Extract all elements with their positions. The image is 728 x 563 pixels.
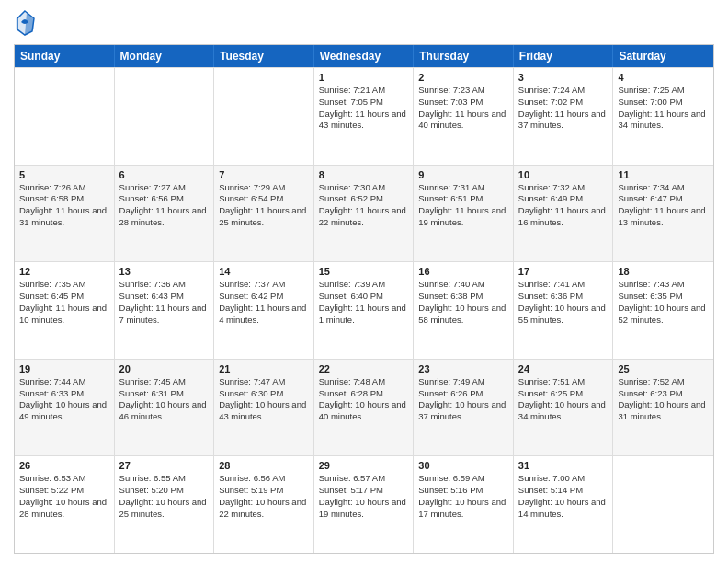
calendar-row: 5Sunrise: 7:26 AM Sunset: 6:58 PM Daylig… xyxy=(15,165,713,262)
day-info: Sunrise: 6:55 AM Sunset: 5:20 PM Dayligh… xyxy=(119,473,210,520)
day-number: 16 xyxy=(418,266,508,277)
calendar-header: SundayMondayTuesdayWednesdayThursdayFrid… xyxy=(15,45,713,67)
calendar-day-cell: 18Sunrise: 7:43 AM Sunset: 6:35 PM Dayli… xyxy=(613,262,713,359)
calendar-day-cell: 6Sunrise: 7:27 AM Sunset: 6:56 PM Daylig… xyxy=(115,166,215,262)
day-number: 12 xyxy=(19,266,109,277)
calendar-day-cell: 22Sunrise: 7:48 AM Sunset: 6:28 PM Dayli… xyxy=(314,360,415,456)
calendar-day-cell: 14Sunrise: 7:37 AM Sunset: 6:42 PM Dayli… xyxy=(214,262,314,359)
day-info: Sunrise: 7:31 AM Sunset: 6:51 PM Dayligh… xyxy=(418,182,508,229)
day-number: 30 xyxy=(418,460,508,471)
calendar-day-cell: 11Sunrise: 7:34 AM Sunset: 6:47 PM Dayli… xyxy=(613,166,713,262)
day-info: Sunrise: 7:23 AM Sunset: 7:03 PM Dayligh… xyxy=(418,85,508,132)
day-number: 26 xyxy=(19,460,109,471)
day-info: Sunrise: 7:39 AM Sunset: 6:40 PM Dayligh… xyxy=(319,279,409,326)
page: SundayMondayTuesdayWednesdayThursdayFrid… xyxy=(0,0,728,563)
weekday-header: Thursday xyxy=(414,45,514,67)
calendar-day-cell: 20Sunrise: 7:45 AM Sunset: 6:31 PM Dayli… xyxy=(115,360,215,456)
day-info: Sunrise: 7:52 AM Sunset: 6:23 PM Dayligh… xyxy=(618,376,709,423)
logo xyxy=(14,9,40,37)
day-number: 10 xyxy=(518,169,609,180)
day-info: Sunrise: 6:56 AM Sunset: 5:19 PM Dayligh… xyxy=(219,473,309,520)
day-info: Sunrise: 7:30 AM Sunset: 6:52 PM Dayligh… xyxy=(319,182,409,229)
weekday-header: Monday xyxy=(115,45,215,67)
calendar-day-cell: 7Sunrise: 7:29 AM Sunset: 6:54 PM Daylig… xyxy=(214,166,314,262)
day-number: 25 xyxy=(618,363,709,374)
day-number: 24 xyxy=(518,363,609,374)
calendar-day-cell: 5Sunrise: 7:26 AM Sunset: 6:58 PM Daylig… xyxy=(15,166,115,262)
day-info: Sunrise: 7:35 AM Sunset: 6:45 PM Dayligh… xyxy=(19,279,109,326)
day-number: 22 xyxy=(319,363,409,374)
day-info: Sunrise: 7:49 AM Sunset: 6:26 PM Dayligh… xyxy=(418,376,508,423)
day-number: 29 xyxy=(319,460,409,471)
day-info: Sunrise: 7:41 AM Sunset: 6:36 PM Dayligh… xyxy=(518,279,609,326)
calendar-body: 1Sunrise: 7:21 AM Sunset: 7:05 PM Daylig… xyxy=(15,67,713,553)
day-number: 19 xyxy=(19,363,109,374)
calendar-day-cell: 10Sunrise: 7:32 AM Sunset: 6:49 PM Dayli… xyxy=(514,166,614,262)
day-number: 17 xyxy=(518,266,609,277)
calendar-day-cell: 27Sunrise: 6:55 AM Sunset: 5:20 PM Dayli… xyxy=(115,456,215,553)
calendar-day-cell: 23Sunrise: 7:49 AM Sunset: 6:26 PM Dayli… xyxy=(414,360,514,456)
day-info: Sunrise: 7:37 AM Sunset: 6:42 PM Dayligh… xyxy=(219,279,309,326)
header xyxy=(14,9,714,37)
calendar-row: 26Sunrise: 6:53 AM Sunset: 5:22 PM Dayli… xyxy=(15,455,713,553)
calendar-day-cell: 25Sunrise: 7:52 AM Sunset: 6:23 PM Dayli… xyxy=(613,360,713,456)
day-number: 4 xyxy=(618,72,709,83)
calendar: SundayMondayTuesdayWednesdayThursdayFrid… xyxy=(14,44,714,554)
calendar-row: 19Sunrise: 7:44 AM Sunset: 6:33 PM Dayli… xyxy=(15,359,713,456)
day-number: 13 xyxy=(119,266,210,277)
calendar-day-cell: 31Sunrise: 7:00 AM Sunset: 5:14 PM Dayli… xyxy=(514,456,614,553)
weekday-header: Tuesday xyxy=(214,45,314,67)
calendar-day-cell: 26Sunrise: 6:53 AM Sunset: 5:22 PM Dayli… xyxy=(15,456,115,553)
day-info: Sunrise: 6:59 AM Sunset: 5:16 PM Dayligh… xyxy=(418,473,508,520)
day-number: 8 xyxy=(319,169,409,180)
day-info: Sunrise: 7:34 AM Sunset: 6:47 PM Dayligh… xyxy=(618,182,709,229)
day-info: Sunrise: 7:26 AM Sunset: 6:58 PM Dayligh… xyxy=(19,182,109,229)
day-info: Sunrise: 7:43 AM Sunset: 6:35 PM Dayligh… xyxy=(618,279,709,326)
calendar-day-cell: 9Sunrise: 7:31 AM Sunset: 6:51 PM Daylig… xyxy=(414,166,514,262)
day-info: Sunrise: 7:29 AM Sunset: 6:54 PM Dayligh… xyxy=(219,182,309,229)
calendar-empty-cell xyxy=(15,68,115,165)
weekday-header: Sunday xyxy=(15,45,115,67)
day-info: Sunrise: 6:57 AM Sunset: 5:17 PM Dayligh… xyxy=(319,473,409,520)
day-number: 27 xyxy=(119,460,210,471)
day-info: Sunrise: 7:32 AM Sunset: 6:49 PM Dayligh… xyxy=(518,182,609,229)
calendar-day-cell: 8Sunrise: 7:30 AM Sunset: 6:52 PM Daylig… xyxy=(314,166,415,262)
calendar-day-cell: 19Sunrise: 7:44 AM Sunset: 6:33 PM Dayli… xyxy=(15,360,115,456)
day-info: Sunrise: 7:51 AM Sunset: 6:25 PM Dayligh… xyxy=(518,376,609,423)
day-info: Sunrise: 7:21 AM Sunset: 7:05 PM Dayligh… xyxy=(319,85,409,132)
calendar-day-cell: 17Sunrise: 7:41 AM Sunset: 6:36 PM Dayli… xyxy=(514,262,614,359)
day-info: Sunrise: 7:27 AM Sunset: 6:56 PM Dayligh… xyxy=(119,182,210,229)
day-number: 9 xyxy=(418,169,508,180)
calendar-day-cell: 28Sunrise: 6:56 AM Sunset: 5:19 PM Dayli… xyxy=(214,456,314,553)
calendar-day-cell: 15Sunrise: 7:39 AM Sunset: 6:40 PM Dayli… xyxy=(314,262,415,359)
day-number: 11 xyxy=(618,169,709,180)
day-info: Sunrise: 6:53 AM Sunset: 5:22 PM Dayligh… xyxy=(19,473,109,520)
day-number: 31 xyxy=(518,460,609,471)
day-info: Sunrise: 7:44 AM Sunset: 6:33 PM Dayligh… xyxy=(19,376,109,423)
day-number: 20 xyxy=(119,363,210,374)
day-number: 28 xyxy=(219,460,309,471)
calendar-row: 1Sunrise: 7:21 AM Sunset: 7:05 PM Daylig… xyxy=(15,67,713,165)
day-info: Sunrise: 7:25 AM Sunset: 7:00 PM Dayligh… xyxy=(618,85,709,132)
calendar-day-cell: 29Sunrise: 6:57 AM Sunset: 5:17 PM Dayli… xyxy=(314,456,415,553)
calendar-day-cell: 16Sunrise: 7:40 AM Sunset: 6:38 PM Dayli… xyxy=(414,262,514,359)
day-info: Sunrise: 7:45 AM Sunset: 6:31 PM Dayligh… xyxy=(119,376,210,423)
day-number: 2 xyxy=(418,72,508,83)
calendar-day-cell: 21Sunrise: 7:47 AM Sunset: 6:30 PM Dayli… xyxy=(214,360,314,456)
weekday-header: Wednesday xyxy=(314,45,415,67)
calendar-day-cell: 30Sunrise: 6:59 AM Sunset: 5:16 PM Dayli… xyxy=(414,456,514,553)
day-number: 5 xyxy=(19,169,109,180)
day-number: 7 xyxy=(219,169,309,180)
calendar-day-cell: 13Sunrise: 7:36 AM Sunset: 6:43 PM Dayli… xyxy=(115,262,215,359)
weekday-header: Saturday xyxy=(613,45,713,67)
day-info: Sunrise: 7:48 AM Sunset: 6:28 PM Dayligh… xyxy=(319,376,409,423)
calendar-row: 12Sunrise: 7:35 AM Sunset: 6:45 PM Dayli… xyxy=(15,261,713,359)
calendar-day-cell: 1Sunrise: 7:21 AM Sunset: 7:05 PM Daylig… xyxy=(314,68,415,165)
day-number: 14 xyxy=(219,266,309,277)
calendar-day-cell: 24Sunrise: 7:51 AM Sunset: 6:25 PM Dayli… xyxy=(514,360,614,456)
day-number: 21 xyxy=(219,363,309,374)
weekday-header: Friday xyxy=(514,45,614,67)
calendar-empty-cell xyxy=(214,68,314,165)
day-number: 6 xyxy=(119,169,210,180)
day-info: Sunrise: 7:24 AM Sunset: 7:02 PM Dayligh… xyxy=(518,85,609,132)
